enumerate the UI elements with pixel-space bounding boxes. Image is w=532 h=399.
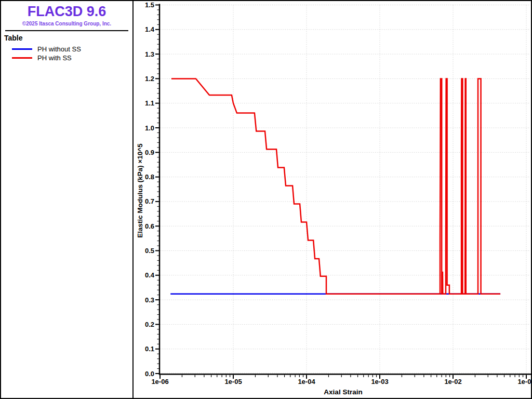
series-ph-with-ss — [171, 78, 500, 294]
x-tick-label: 1e-06 — [151, 378, 168, 385]
x-axis-title: Axial Strain — [324, 388, 362, 396]
copyright-text: ©2025 Itasca Consulting Group, Inc. — [1, 21, 132, 26]
legend-title: Table — [4, 34, 23, 42]
flac3d-plot-window: FLAC3D 9.6 ©2025 Itasca Consulting Group… — [0, 0, 532, 399]
legend-item-ph-with-ss: PH with SS — [1, 54, 132, 62]
y-tick-label: 0.8 — [145, 173, 154, 181]
y-tick-label: 1.0 — [145, 124, 154, 132]
y-tick-label: 0.4 — [145, 271, 155, 279]
y-tick-label: 1.5 — [145, 1, 154, 9]
y-tick-label: 0.6 — [145, 222, 154, 230]
legend-swatch-blue — [12, 48, 32, 50]
app-title: FLAC3D 9.6 — [1, 4, 132, 20]
y-tick-label: 0.2 — [145, 321, 154, 328]
legend-swatch-red — [12, 57, 32, 59]
legend-item-ph-without-ss: PH without SS — [1, 45, 132, 54]
y-tick-label: 1.3 — [145, 50, 154, 58]
x-tick-label: 1e-01 — [517, 378, 531, 385]
y-tick-label: 0.1 — [145, 345, 154, 353]
y-tick-label: 1.2 — [145, 75, 154, 83]
y-tick-label: 0.9 — [145, 149, 154, 156]
y-tick-label: 0.3 — [145, 296, 154, 304]
y-tick-label: 1.1 — [145, 99, 154, 107]
legend: PH without SS PH with SS — [1, 45, 132, 62]
legend-label: PH without SS — [37, 45, 81, 53]
info-panel: FLAC3D 9.6 ©2025 Itasca Consulting Group… — [1, 1, 134, 398]
y-tick-label: 0.5 — [145, 247, 154, 255]
x-tick-label: 1e-02 — [444, 378, 461, 385]
x-tick-label: 1e-03 — [371, 378, 388, 385]
y-tick-label: 1.4 — [145, 25, 155, 33]
legend-label: PH with SS — [37, 54, 72, 62]
y-axis-title: Elastic Modulus (kPa) ×10^5 — [136, 143, 144, 238]
x-tick-label: 1e-05 — [224, 378, 242, 385]
y-tick-label: 0.7 — [145, 197, 154, 205]
panel-separator — [5, 30, 128, 31]
chart-canvas: 0.00.10.20.30.40.50.60.70.80.91.01.11.21… — [134, 1, 531, 398]
y-tick-label: 0.0 — [145, 370, 154, 378]
chart-area: 0.00.10.20.30.40.50.60.70.80.91.01.11.21… — [134, 1, 531, 398]
x-tick-label: 1e-04 — [298, 378, 315, 385]
